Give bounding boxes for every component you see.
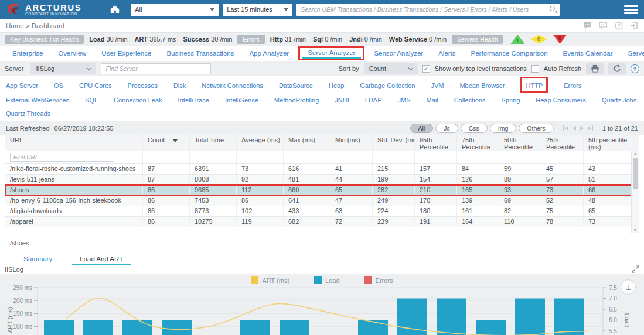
- filter-pill-js[interactable]: Js: [435, 124, 458, 133]
- find-uri-input[interactable]: [10, 153, 114, 162]
- sub-tab-errors[interactable]: Errors: [564, 82, 581, 89]
- next-page-button[interactable]: [580, 126, 584, 131]
- table-row[interactable]: /nike-floral-roshe-customized-running-sh…: [5, 164, 639, 175]
- sub-tab-collections[interactable]: Collections: [454, 97, 486, 104]
- servers-warn-indicator[interactable]: 0: [530, 35, 547, 44]
- sub-tab-spring[interactable]: Spring: [501, 97, 520, 104]
- sub-tab-network-connections[interactable]: Network Connections: [202, 82, 263, 89]
- expand-icon[interactable]: [632, 265, 639, 275]
- nav-tab-server-availability[interactable]: Server Availability: [621, 48, 644, 59]
- col-header-max-ms-[interactable]: Max (ms): [284, 135, 330, 151]
- nav-tab-overview[interactable]: Overview: [50, 48, 94, 59]
- sub-tab-processes[interactable]: Processes: [128, 82, 158, 89]
- help-icon[interactable]: ?: [615, 22, 623, 30]
- time-range-dropdown[interactable]: Last 15 minutes: [223, 4, 292, 16]
- sub-tab-ldap[interactable]: LDAP: [365, 97, 382, 104]
- refresh-button[interactable]: [608, 63, 626, 74]
- search-icon[interactable]: [550, 6, 555, 11]
- chat-outline-icon[interactable]: [599, 22, 608, 29]
- tab-load-and-art[interactable]: Load And ART: [72, 255, 131, 265]
- chevron-down-icon: [87, 65, 91, 70]
- sub-tab-disk[interactable]: Disk: [173, 82, 186, 89]
- auto-refresh-checkbox[interactable]: [531, 65, 539, 73]
- sub-tab-os[interactable]: OS: [54, 82, 63, 89]
- sub-tab-intellisense[interactable]: IntelliSense: [225, 97, 258, 104]
- search-input[interactable]: [296, 4, 560, 16]
- col-header-95th-percentile-ms-[interactable]: 95th Percentile (ms): [415, 135, 457, 151]
- download-chart-button[interactable]: ↓: [621, 279, 636, 295]
- print-button[interactable]: [586, 63, 604, 74]
- scroll-up-icon[interactable]: ▲: [633, 151, 638, 157]
- sub-tab-garbage-collection[interactable]: Garbage Collection: [360, 82, 415, 89]
- col-header-std-dev-ms-[interactable]: Std. Dev. (ms): [373, 135, 415, 151]
- nav-tab-user-experience[interactable]: User Experience: [94, 48, 159, 59]
- sub-tab-datasource[interactable]: DataSource: [279, 82, 313, 89]
- col-header-75th-percentile-ms-[interactable]: 75th Percentile (ms): [457, 135, 499, 151]
- nav-tab-enterprise[interactable]: Enterprise: [5, 48, 50, 59]
- prev-page-button[interactable]: [573, 126, 576, 131]
- nav-tab-events-calendar[interactable]: Events Calendar: [556, 48, 621, 59]
- sub-tab-mail[interactable]: Mail: [427, 97, 438, 104]
- nav-tab-business-transactions[interactable]: Business Transactions: [159, 48, 241, 59]
- nav-tab-alerts[interactable]: Alerts: [431, 48, 463, 59]
- nav-tab-server-analyzer[interactable]: Server Analyzer: [302, 48, 361, 59]
- scroll-down-icon[interactable]: ▼: [633, 227, 638, 233]
- breadcrumb: Home > Dashboard: [6, 22, 64, 29]
- nav-tab-app-analyzer[interactable]: App Analyzer: [241, 48, 297, 59]
- sub-tab-heap[interactable]: Heap: [329, 82, 344, 89]
- first-page-button[interactable]: [563, 125, 568, 131]
- scope-dropdown[interactable]: All: [131, 4, 219, 16]
- table-row[interactable]: /digital-downloads8687731024336322418016…: [5, 206, 639, 217]
- home-icon[interactable]: [110, 5, 120, 14]
- sub-tab-quartz-threads[interactable]: Quartz Threads: [6, 110, 50, 117]
- find-server-input[interactable]: [101, 63, 211, 74]
- filter-pill-img[interactable]: Img: [490, 124, 517, 133]
- servers-up-indicator[interactable]: 1: [510, 35, 524, 44]
- filter-pill-css[interactable]: Css: [461, 124, 488, 133]
- sub-tab-cpu-cores[interactable]: CPU Cores: [79, 82, 112, 89]
- nav-tab-performance-comparison[interactable]: Performance Comparison: [464, 48, 556, 59]
- table-scrollbar[interactable]: ▲ ▼: [631, 151, 639, 233]
- col-header-min-ms-[interactable]: Min (ms): [330, 135, 373, 151]
- chat-filled-icon[interactable]: [583, 22, 592, 29]
- last-page-button[interactable]: [588, 125, 593, 131]
- table-row[interactable]: /hp-envy-6-1180ca-156-inch-sleekbook8674…: [5, 196, 639, 206]
- sub-tab-jndi[interactable]: JNDI: [335, 97, 349, 104]
- sub-tab-jvm[interactable]: JVM: [431, 82, 444, 89]
- logout-icon[interactable]: [630, 22, 638, 29]
- sub-tab-heap-consumers[interactable]: Heap Consumers: [536, 97, 586, 104]
- sub-tab-jms[interactable]: JMS: [398, 97, 411, 104]
- sub-tab-quartz-jobs[interactable]: Quartz Jobs: [602, 97, 636, 104]
- sub-tab-intellitrace[interactable]: IntelliTrace: [178, 97, 209, 104]
- sub-tab-sql[interactable]: SQL: [85, 97, 98, 104]
- filter-pill-all[interactable]: All: [410, 124, 434, 133]
- col-header-50th-percentile-ms-[interactable]: 50th Percentile (ms): [499, 135, 541, 151]
- filter-pill-others[interactable]: Others: [519, 124, 554, 133]
- sub-tab-mbean-browser[interactable]: Mbean Browser: [459, 82, 505, 89]
- nav-tab-sensor-analyzer[interactable]: Sensor Analyzer: [366, 48, 431, 59]
- sort-by-dropdown[interactable]: Count: [364, 63, 418, 74]
- menu-icon[interactable]: [624, 5, 638, 14]
- sub-tab-http[interactable]: HTTP: [526, 82, 543, 89]
- sub-tab-external-webservices[interactable]: External WebServices: [6, 97, 69, 104]
- help-button[interactable]: ?: [631, 64, 639, 73]
- top-level-checkbox[interactable]: ✓: [422, 65, 430, 73]
- table-row[interactable]: /levis-511-jeans878008924814419915412689…: [5, 175, 639, 185]
- col-header-count[interactable]: Count: [143, 135, 190, 151]
- table-row[interactable]: /apparel8610275119682722391911641107873: [5, 217, 639, 227]
- server-dropdown[interactable]: IISLog: [30, 63, 96, 74]
- servers-down-indicator[interactable]: 0: [553, 35, 567, 44]
- svg-text:7.5: 7.5: [609, 285, 617, 291]
- col-header-total-time[interactable]: Total Time: [190, 135, 237, 151]
- scrollbar-thumb[interactable]: [633, 158, 638, 189]
- col-header-5th-percentile-ms-[interactable]: 5th percentile (ms): [584, 135, 639, 151]
- col-header-25th-percentile-ms-[interactable]: 25th Percentile (ms): [541, 135, 584, 151]
- tab-summary[interactable]: Summary: [23, 255, 52, 262]
- sub-tab-connection-leak[interactable]: Connection Leak: [114, 97, 162, 104]
- sub-tab-app-server[interactable]: App Server: [6, 82, 38, 89]
- sub-tab-methodprofiling[interactable]: MethodProfiling: [274, 97, 319, 104]
- col-header-uri[interactable]: URI: [5, 135, 143, 151]
- legend-load: Load: [314, 276, 339, 284]
- col-header-average-ms-[interactable]: Average (ms): [237, 135, 284, 151]
- table-row-selected[interactable]: /shoes86968511266065282210165937366: [5, 185, 639, 196]
